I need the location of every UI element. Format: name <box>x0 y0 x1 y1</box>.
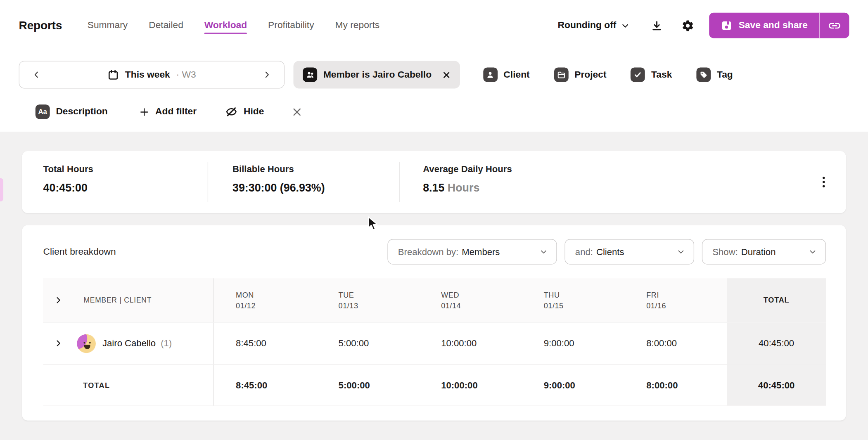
settings-button[interactable] <box>678 16 697 35</box>
breakdown-title: Client breakdown <box>43 246 116 258</box>
summary-stats-card: Total Hours 40:45:00 Billable Hours 39:3… <box>22 151 846 213</box>
eye-slash-icon <box>225 106 237 118</box>
total-row: TOTAL 8:45:00 5:00:00 10:00:00 9:00:00 8… <box>43 364 826 406</box>
export-download-button[interactable] <box>647 16 666 35</box>
link-icon <box>828 19 842 33</box>
day-date: 01/12 <box>236 301 316 310</box>
day-name: TUE <box>339 291 419 299</box>
total-hours-value: 40:45:00 <box>43 182 208 194</box>
and-dropdown[interactable]: and: Clients <box>564 239 694 265</box>
project-folder-icon <box>554 68 569 82</box>
copy-link-button[interactable] <box>820 13 849 38</box>
total-header-cell: TOTAL <box>727 278 826 322</box>
rounding-label: Rounding off <box>558 20 617 31</box>
report-content: Total Hours 40:45:00 Billable Hours 39:3… <box>0 132 868 420</box>
day-name: WED <box>441 291 522 299</box>
tab-my-reports[interactable]: My reports <box>335 16 379 35</box>
filter-shortcuts: Client Project Task <box>483 68 733 82</box>
description-label: Description <box>56 106 107 117</box>
average-daily-hours-label: Average Daily Hours <box>423 164 818 174</box>
header-actions: Rounding off <box>558 13 849 38</box>
project-label: Project <box>574 69 606 80</box>
cursor-pointer <box>365 216 380 232</box>
duration-cell: 8:45:00 <box>213 323 316 364</box>
clear-filters-button[interactable] <box>292 106 302 117</box>
gear-icon <box>681 19 694 32</box>
total-duration-cell: 8:45:00 <box>213 364 316 405</box>
expand-all-chevron[interactable] <box>54 296 62 304</box>
day-header: TUE 01/13 <box>316 278 419 322</box>
total-row-label: TOTAL <box>83 381 110 389</box>
chevron-down-icon <box>621 21 629 30</box>
member-avatar <box>77 334 96 353</box>
total-header-label: TOTAL <box>764 296 790 304</box>
and-value: Clients <box>596 246 624 257</box>
show-value: Duration <box>741 246 776 257</box>
filter-row-secondary: Aa Description Add filter Hide <box>0 99 868 125</box>
grand-total-value: 40:45:00 <box>758 380 795 390</box>
tag-icon <box>696 68 711 82</box>
duration-cell: 5:00:00 <box>316 323 419 364</box>
previous-period-button[interactable] <box>31 69 42 80</box>
filter-row-primary: This week · W3 Member is Jairo Cabello <box>0 61 868 88</box>
next-period-button[interactable] <box>261 69 273 80</box>
day-date: 01/14 <box>441 301 522 310</box>
breakdown-controls: Breakdown by: Members and: Clients <box>387 239 826 265</box>
page-title: Reports <box>19 19 62 32</box>
average-daily-hours-stat: Average Daily Hours 8.15 Hours <box>400 151 818 213</box>
tab-summary[interactable]: Summary <box>88 16 128 35</box>
member-row[interactable]: Jairo Cabello (1) 8:45:00 5:00:00 10:00:… <box>43 323 826 365</box>
filter-description-button[interactable]: Aa Description <box>36 104 108 119</box>
tab-workload[interactable]: Workload <box>204 16 247 35</box>
member-client-count: (1) <box>161 338 172 348</box>
show-dropdown[interactable]: Show: Duration <box>702 239 826 265</box>
tab-detailed[interactable]: Detailed <box>149 16 183 35</box>
total-hours-label: Total Hours <box>43 164 208 174</box>
and-label: and: <box>575 246 593 257</box>
rounding-dropdown[interactable]: Rounding off <box>558 20 630 31</box>
kebab-icon <box>821 175 826 189</box>
calendar-icon <box>107 69 119 80</box>
date-range-picker: This week · W3 <box>19 61 285 88</box>
breakdown-by-dropdown[interactable]: Breakdown by: Members <box>387 239 557 265</box>
download-icon <box>650 19 663 32</box>
week-number-label: · W3 <box>176 69 196 80</box>
tab-profitability[interactable]: Profitability <box>268 16 314 35</box>
chevron-down-icon <box>809 248 817 256</box>
grand-total-cell: 40:45:00 <box>727 364 826 405</box>
billable-hours-value: 39:30:00 (96.93%) <box>232 182 399 194</box>
top-bar: Reports Summary Detailed Workload Profit… <box>0 0 868 132</box>
hide-filters-button[interactable]: Hide <box>225 106 264 118</box>
save-icon <box>721 20 733 31</box>
save-and-share-button[interactable]: Save and share <box>709 13 820 38</box>
filter-client-button[interactable]: Client <box>483 68 530 82</box>
table-header-row: MEMBER | CLIENT MON 01/12 TUE 01/13 WED … <box>43 278 826 322</box>
add-filter-button[interactable]: Add filter <box>139 106 197 117</box>
row-total-value: 40:45:00 <box>759 338 794 348</box>
day-name: THU <box>544 291 624 299</box>
summary-more-options-button[interactable] <box>818 172 829 192</box>
plus-icon <box>139 106 149 117</box>
total-hours-stat: Total Hours 40:45:00 <box>22 151 208 213</box>
day-name: MON <box>236 291 316 299</box>
total-duration-cell: 8:00:00 <box>624 364 727 405</box>
filter-tag-button[interactable]: Tag <box>696 68 733 82</box>
total-duration-cell: 10:00:00 <box>419 364 522 405</box>
save-and-share-split-button: Save and share <box>709 13 849 38</box>
expand-row-chevron[interactable] <box>54 339 62 348</box>
total-duration-cell: 9:00:00 <box>522 364 624 405</box>
active-filter-member-chip[interactable]: Member is Jairo Cabello <box>293 61 460 88</box>
day-date: 01/15 <box>544 301 624 310</box>
day-date: 01/13 <box>339 301 419 310</box>
breakdown-by-value: Members <box>462 246 500 257</box>
day-header: MON 01/12 <box>213 278 316 322</box>
header-row: Reports Summary Detailed Workload Profit… <box>0 0 868 51</box>
remove-member-filter-button[interactable] <box>442 71 451 79</box>
filter-task-button[interactable]: Task <box>631 68 672 82</box>
date-range-value[interactable]: This week · W3 <box>107 69 196 80</box>
row-total-cell: 40:45:00 <box>727 323 826 364</box>
filter-project-button[interactable]: Project <box>554 68 607 82</box>
aa-glyph: Aa <box>38 108 47 116</box>
member-filter-label: Member is Jairo Cabello <box>323 69 432 80</box>
average-unit: Hours <box>448 182 479 194</box>
